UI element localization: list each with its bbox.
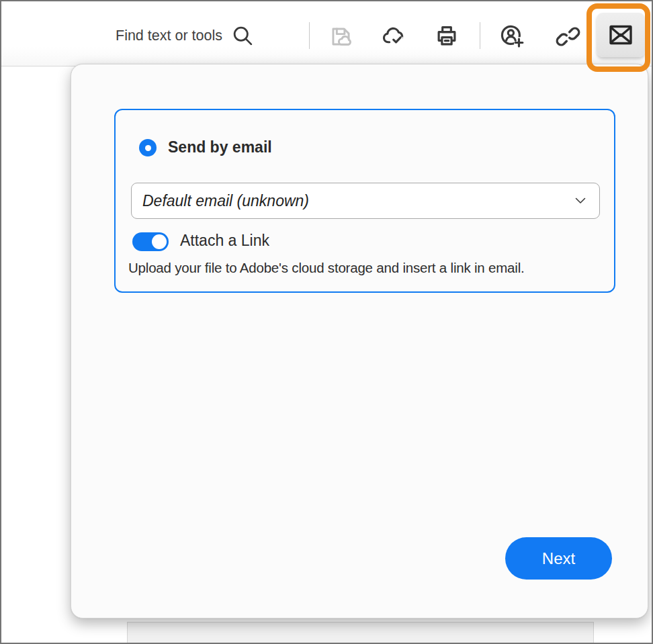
send-email-popover: Send by email Default email (unknown) At… [71, 64, 648, 618]
toolbar: Find text or tools [1, 1, 652, 66]
chevron-down-icon [575, 197, 586, 204]
save-icon [329, 24, 353, 49]
link-button[interactable] [553, 21, 582, 51]
screenshot-root: Find text or tools [0, 0, 653, 644]
email-client-value: Default email (unknown) [142, 192, 309, 210]
email-client-select[interactable]: Default email (unknown) [131, 183, 600, 219]
attach-link-label: Attach a Link [180, 232, 269, 250]
send-by-email-radio[interactable] [139, 139, 157, 156]
next-button[interactable]: Next [505, 537, 612, 580]
toolbar-divider [480, 22, 480, 49]
email-icon [607, 21, 634, 48]
toolbar-divider [309, 22, 310, 49]
add-user-button[interactable] [497, 21, 527, 51]
attach-link-toggle[interactable] [132, 232, 169, 251]
add-user-icon [499, 24, 525, 49]
search-label: Find text or tools [116, 28, 222, 44]
cloud-sync-button[interactable] [379, 21, 408, 51]
email-button[interactable] [597, 13, 645, 57]
save-button[interactable] [326, 21, 355, 51]
print-icon [434, 24, 460, 49]
print-button[interactable] [432, 21, 462, 51]
cloud-sync-check-icon [381, 24, 406, 49]
page-background-edge [127, 622, 594, 644]
search-icon [232, 25, 254, 47]
search-field[interactable]: Find text or tools [116, 20, 254, 51]
attach-link-description: Upload your file to Adobe's cloud storag… [128, 260, 599, 276]
link-icon [556, 24, 580, 49]
send-by-email-label: Send by email [168, 138, 272, 156]
